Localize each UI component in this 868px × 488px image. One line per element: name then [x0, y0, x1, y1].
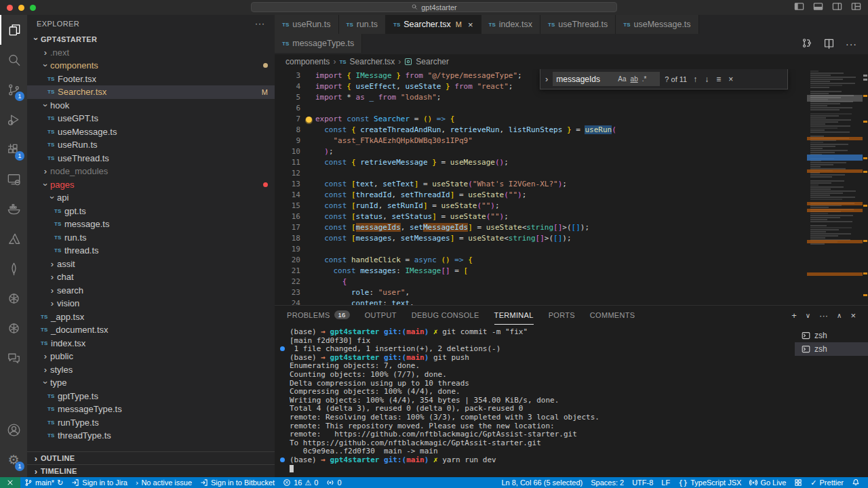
close-window-button[interactable]: [7, 5, 13, 11]
tree-folder-node_modules[interactable]: ›node_modules: [27, 165, 275, 178]
bitbucket-signin[interactable]: Sign in to Bitbucket: [196, 477, 279, 488]
activity-chat[interactable]: [0, 343, 27, 373]
tree-folder-components[interactable]: ›components: [27, 59, 275, 73]
tree-file-gpt.ts[interactable]: TSgpt.ts: [27, 205, 275, 218]
tree-file-useRun.ts[interactable]: TSuseRun.ts: [27, 138, 275, 152]
activity-docker[interactable]: [0, 194, 27, 224]
panel-tab-output[interactable]: OUTPUT: [365, 306, 397, 325]
toggle-sidebar-icon[interactable]: [794, 1, 804, 14]
tree-file-thread.ts[interactable]: TSthread.ts: [27, 244, 275, 258]
problems-status[interactable]: 16⚠0: [279, 477, 322, 488]
activity-explorer[interactable]: [0, 15, 27, 45]
tree-file-run.ts[interactable]: TSrun.ts: [27, 231, 275, 245]
tree-file-messageType.ts[interactable]: TSmessageType.ts: [27, 403, 275, 416]
activity-settings[interactable]: ⚙1: [0, 445, 27, 474]
match-case-icon[interactable]: Aa: [616, 74, 628, 85]
tab-messageType.ts[interactable]: TSmessageType.ts: [275, 34, 362, 53]
tree-folder-assit[interactable]: ›assit: [27, 258, 275, 271]
activity-run-debug[interactable]: [0, 104, 27, 134]
activity-openai-1[interactable]: [0, 283, 27, 313]
more-actions-icon[interactable]: ···: [819, 310, 828, 321]
tree-file-index.tsx[interactable]: TSindex.tsx: [27, 337, 275, 350]
tree-file-_app.tsx[interactable]: TS_app.tsx: [27, 310, 275, 324]
tree-root[interactable]: ›GPT4STARTER: [27, 33, 275, 46]
panel-tab-problems[interactable]: PROBLEMS16: [287, 306, 350, 325]
toggle-panel-ic[interactable]: [813, 1, 823, 14]
breadcrumb-item[interactable]: components: [285, 57, 330, 66]
tree-folder-.next[interactable]: ›.next: [27, 46, 275, 60]
breadcrumb-item[interactable]: Searcher: [416, 57, 449, 66]
command-decoration-dot[interactable]: [280, 458, 285, 462]
code-editor[interactable]: 3import { IMessage } from "@/type/messag…: [275, 69, 868, 305]
remote-indicator[interactable]: [0, 477, 20, 488]
terminal-session-zsh[interactable]: zsh: [795, 342, 868, 356]
find-input[interactable]: [556, 75, 616, 84]
minimap[interactable]: [807, 69, 863, 305]
tree-folder-public[interactable]: ›public: [27, 350, 275, 363]
panel-tab-terminal[interactable]: TERMINAL: [494, 306, 534, 325]
tree-folder-vision[interactable]: ›vision: [27, 297, 275, 310]
maximize-window-button[interactable]: [30, 5, 36, 11]
lightbulb-icon[interactable]: [306, 117, 312, 123]
activity-azure[interactable]: [0, 224, 27, 253]
tree-file-useMessage.ts[interactable]: TSuseMessage.ts: [27, 125, 275, 139]
tab-useThread.ts[interactable]: TSuseThread.ts: [540, 15, 616, 34]
breadcrumb-item[interactable]: Searcher.tsx: [350, 57, 395, 66]
activity-search[interactable]: [0, 45, 27, 75]
indentation[interactable]: Spaces: 2: [587, 477, 628, 488]
activity-openai-2[interactable]: [0, 313, 27, 343]
git-branch-status[interactable]: main*↻: [20, 477, 67, 488]
minimize-window-button[interactable]: [18, 5, 24, 11]
regex-icon[interactable]: .*: [640, 74, 649, 85]
whole-word-icon[interactable]: ab: [629, 74, 640, 85]
tree-file-useGPT.ts[interactable]: TSuseGPT.ts: [27, 112, 275, 125]
activity-accounts[interactable]: [0, 415, 27, 445]
tree-folder-api[interactable]: ›api: [27, 191, 275, 205]
toggle-secondary-sidebar-icon[interactable]: [832, 1, 842, 14]
tree-file-useThread.ts[interactable]: TSuseThread.ts: [27, 152, 275, 165]
notifications[interactable]: [848, 477, 864, 488]
app-grid[interactable]: [790, 477, 806, 488]
more-actions-icon[interactable]: ···: [846, 39, 857, 49]
encoding[interactable]: UTF-8: [628, 477, 657, 488]
find-close-icon[interactable]: ×: [727, 74, 734, 85]
command-decoration-dot[interactable]: [280, 346, 285, 351]
terminal[interactable]: (base) → gpt4starter git:(main) ✗ git co…: [275, 325, 795, 477]
language-mode[interactable]: {}TypeScript JSX: [674, 477, 745, 488]
new-terminal-icon[interactable]: +: [791, 310, 797, 321]
cursor-position[interactable]: Ln 8, Col 66 (5 selected): [497, 477, 587, 488]
tree-file-runType.ts[interactable]: TSrunType.ts: [27, 416, 275, 430]
tree-file-Footer.tsx[interactable]: TSFooter.tsx: [27, 73, 275, 86]
maximize-panel-icon[interactable]: ∧: [837, 312, 842, 319]
active-issue[interactable]: ›No active issue: [132, 477, 196, 488]
activity-remote-explorer[interactable]: [0, 164, 27, 194]
tree-file-threadType.ts[interactable]: TSthreadType.ts: [27, 429, 275, 443]
tab-useMessage.ts[interactable]: TSuseMessage.ts: [616, 15, 698, 34]
tree-folder-styles[interactable]: ›styles: [27, 363, 275, 377]
eol[interactable]: LF: [657, 477, 674, 488]
tab-run.ts[interactable]: TSrun.ts: [339, 15, 387, 34]
section-outline[interactable]: ›OUTLINE: [27, 451, 275, 464]
close-panel-icon[interactable]: ×: [850, 310, 856, 321]
find-next-icon[interactable]: ↓: [703, 74, 710, 85]
jira-signin[interactable]: Sign in to Jira: [67, 477, 132, 488]
activity-source-control[interactable]: 1: [0, 75, 27, 104]
activity-extensions[interactable]: 1: [0, 134, 27, 164]
tab-useRun.ts[interactable]: TSuseRun.ts: [275, 15, 339, 34]
close-icon[interactable]: ×: [468, 20, 473, 30]
terminal-dropdown-icon[interactable]: ∨: [806, 312, 810, 319]
tree-folder-chat[interactable]: ›chat: [27, 270, 275, 284]
go-live[interactable]: Go Live: [745, 477, 790, 488]
tree-file-message.ts[interactable]: TSmessage.ts: [27, 218, 275, 231]
terminal-session-zsh[interactable]: zsh: [795, 329, 868, 342]
tree-file-_document.tsx[interactable]: TS_document.tsx: [27, 323, 275, 337]
panel-tab-ports[interactable]: PORTS: [549, 306, 575, 325]
ports-status[interactable]: 0: [322, 477, 345, 488]
command-center[interactable]: gpt4starter: [251, 2, 617, 12]
tree-folder-type[interactable]: ›type: [27, 376, 275, 390]
split-editor-icon[interactable]: [823, 37, 835, 52]
tree-folder-pages[interactable]: ›pages: [27, 178, 275, 192]
tree-file-Searcher.tsx[interactable]: TSSearcher.tsxM: [27, 85, 275, 99]
customize-layout-icon[interactable]: [851, 1, 861, 14]
tree-folder-hook[interactable]: ›hook: [27, 99, 275, 113]
